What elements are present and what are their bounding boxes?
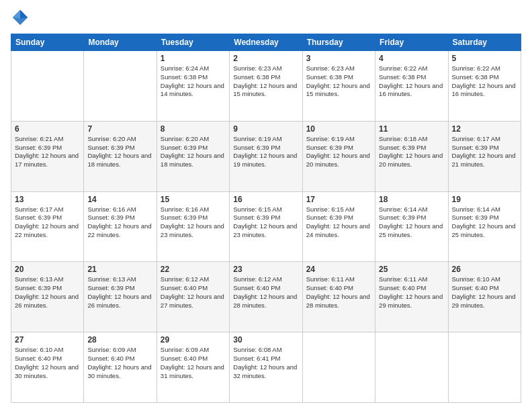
day-info: Sunrise: 6:23 AM Sunset: 6:38 PM Dayligh…: [306, 64, 371, 99]
calendar-cell: 23Sunrise: 6:12 AM Sunset: 6:40 PM Dayli…: [230, 262, 302, 332]
day-number: 5: [452, 54, 517, 63]
weekday-header-saturday: Saturday: [448, 34, 521, 51]
day-number: 18: [379, 195, 444, 204]
weekday-header-sunday: Sunday: [11, 34, 84, 51]
calendar-cell: 11Sunrise: 6:18 AM Sunset: 6:39 PM Dayli…: [375, 121, 448, 191]
day-number: 13: [15, 195, 80, 204]
weekday-header-thursday: Thursday: [302, 34, 375, 51]
day-number: 2: [233, 54, 298, 63]
day-info: Sunrise: 6:09 AM Sunset: 6:40 PM Dayligh…: [161, 346, 226, 380]
day-number: 20: [15, 265, 80, 274]
day-info: Sunrise: 6:16 AM Sunset: 6:39 PM Dayligh…: [161, 205, 226, 240]
day-number: 11: [379, 124, 444, 134]
day-info: Sunrise: 6:11 AM Sunset: 6:40 PM Dayligh…: [306, 275, 371, 310]
logo-icon: [11, 8, 30, 27]
day-info: Sunrise: 6:20 AM Sunset: 6:39 PM Dayligh…: [161, 135, 226, 169]
calendar-cell: 16Sunrise: 6:15 AM Sunset: 6:39 PM Dayli…: [230, 191, 302, 262]
day-info: Sunrise: 6:08 AM Sunset: 6:41 PM Dayligh…: [233, 346, 298, 380]
day-info: Sunrise: 6:23 AM Sunset: 6:38 PM Dayligh…: [233, 64, 298, 99]
day-number: 14: [87, 195, 152, 204]
day-info: Sunrise: 6:12 AM Sunset: 6:40 PM Dayligh…: [233, 275, 298, 310]
week-row-5: 27Sunrise: 6:10 AM Sunset: 6:40 PM Dayli…: [11, 332, 521, 403]
day-info: Sunrise: 6:13 AM Sunset: 6:39 PM Dayligh…: [15, 275, 80, 310]
day-info: Sunrise: 6:10 AM Sunset: 6:40 PM Dayligh…: [15, 346, 80, 380]
week-row-4: 20Sunrise: 6:13 AM Sunset: 6:39 PM Dayli…: [11, 262, 521, 332]
calendar-cell: 27Sunrise: 6:10 AM Sunset: 6:40 PM Dayli…: [11, 332, 84, 403]
day-info: Sunrise: 6:24 AM Sunset: 6:38 PM Dayligh…: [161, 64, 226, 99]
calendar-cell: 5Sunrise: 6:22 AM Sunset: 6:38 PM Daylig…: [448, 51, 521, 122]
day-info: Sunrise: 6:13 AM Sunset: 6:39 PM Dayligh…: [87, 275, 152, 310]
calendar-cell: 3Sunrise: 6:23 AM Sunset: 6:38 PM Daylig…: [302, 51, 375, 122]
calendar-cell: 24Sunrise: 6:11 AM Sunset: 6:40 PM Dayli…: [302, 262, 375, 332]
day-number: 8: [161, 124, 226, 134]
weekday-header-tuesday: Tuesday: [157, 34, 229, 51]
day-info: Sunrise: 6:14 AM Sunset: 6:39 PM Dayligh…: [452, 205, 517, 240]
calendar-cell: 25Sunrise: 6:11 AM Sunset: 6:40 PM Dayli…: [375, 262, 448, 332]
weekday-header-wednesday: Wednesday: [230, 34, 302, 51]
calendar-cell: 2Sunrise: 6:23 AM Sunset: 6:38 PM Daylig…: [230, 51, 302, 122]
day-number: 26: [452, 265, 517, 274]
calendar-cell: 7Sunrise: 6:20 AM Sunset: 6:39 PM Daylig…: [84, 121, 157, 191]
calendar-cell: 17Sunrise: 6:15 AM Sunset: 6:39 PM Dayli…: [302, 191, 375, 262]
day-number: 12: [452, 124, 517, 134]
day-number: 24: [306, 265, 371, 274]
calendar-cell: [375, 332, 448, 403]
calendar-cell: 30Sunrise: 6:08 AM Sunset: 6:41 PM Dayli…: [230, 332, 302, 403]
calendar-cell: 29Sunrise: 6:09 AM Sunset: 6:40 PM Dayli…: [157, 332, 229, 403]
weekday-header-friday: Friday: [375, 34, 448, 51]
calendar-cell: 14Sunrise: 6:16 AM Sunset: 6:39 PM Dayli…: [84, 191, 157, 262]
calendar-cell: 22Sunrise: 6:12 AM Sunset: 6:40 PM Dayli…: [157, 262, 229, 332]
day-number: 30: [233, 335, 298, 345]
calendar-cell: [84, 51, 157, 122]
calendar-table: SundayMondayTuesdayWednesdayThursdayFrid…: [11, 34, 521, 403]
day-info: Sunrise: 6:17 AM Sunset: 6:39 PM Dayligh…: [452, 135, 517, 169]
week-row-2: 6Sunrise: 6:21 AM Sunset: 6:39 PM Daylig…: [11, 121, 521, 191]
day-info: Sunrise: 6:15 AM Sunset: 6:39 PM Dayligh…: [233, 205, 298, 240]
day-number: 19: [452, 195, 517, 204]
calendar-cell: 9Sunrise: 6:19 AM Sunset: 6:39 PM Daylig…: [230, 121, 302, 191]
calendar-cell: 26Sunrise: 6:10 AM Sunset: 6:40 PM Dayli…: [448, 262, 521, 332]
day-number: 23: [233, 265, 298, 274]
day-number: 29: [161, 335, 226, 345]
day-number: 28: [87, 335, 152, 345]
day-info: Sunrise: 6:22 AM Sunset: 6:38 PM Dayligh…: [452, 64, 517, 99]
weekday-header-monday: Monday: [84, 34, 157, 51]
day-info: Sunrise: 6:14 AM Sunset: 6:39 PM Dayligh…: [379, 205, 444, 240]
day-info: Sunrise: 6:20 AM Sunset: 6:39 PM Dayligh…: [87, 135, 152, 169]
day-info: Sunrise: 6:19 AM Sunset: 6:39 PM Dayligh…: [306, 135, 371, 169]
day-number: 21: [87, 265, 152, 274]
day-info: Sunrise: 6:16 AM Sunset: 6:39 PM Dayligh…: [87, 205, 152, 240]
day-info: Sunrise: 6:19 AM Sunset: 6:39 PM Dayligh…: [233, 135, 298, 169]
calendar-cell: 6Sunrise: 6:21 AM Sunset: 6:39 PM Daylig…: [11, 121, 84, 191]
day-info: Sunrise: 6:10 AM Sunset: 6:40 PM Dayligh…: [452, 275, 517, 310]
week-row-1: 1Sunrise: 6:24 AM Sunset: 6:38 PM Daylig…: [11, 51, 521, 122]
day-info: Sunrise: 6:11 AM Sunset: 6:40 PM Dayligh…: [379, 275, 444, 310]
calendar-cell: 10Sunrise: 6:19 AM Sunset: 6:39 PM Dayli…: [302, 121, 375, 191]
calendar-cell: 28Sunrise: 6:09 AM Sunset: 6:40 PM Dayli…: [84, 332, 157, 403]
calendar-cell: [11, 51, 84, 122]
day-info: Sunrise: 6:17 AM Sunset: 6:39 PM Dayligh…: [15, 205, 80, 240]
calendar-cell: 8Sunrise: 6:20 AM Sunset: 6:39 PM Daylig…: [157, 121, 229, 191]
calendar-cell: 19Sunrise: 6:14 AM Sunset: 6:39 PM Dayli…: [448, 191, 521, 262]
weekday-header-row: SundayMondayTuesdayWednesdayThursdayFrid…: [11, 34, 521, 51]
calendar-cell: 21Sunrise: 6:13 AM Sunset: 6:39 PM Dayli…: [84, 262, 157, 332]
day-info: Sunrise: 6:12 AM Sunset: 6:40 PM Dayligh…: [161, 275, 226, 310]
logo: [11, 8, 32, 27]
day-number: 15: [161, 195, 226, 204]
day-info: Sunrise: 6:15 AM Sunset: 6:39 PM Dayligh…: [306, 205, 371, 240]
calendar-cell: [302, 332, 375, 403]
header: [11, 8, 521, 27]
day-info: Sunrise: 6:21 AM Sunset: 6:39 PM Dayligh…: [15, 135, 80, 169]
day-info: Sunrise: 6:09 AM Sunset: 6:40 PM Dayligh…: [87, 346, 152, 380]
week-row-3: 13Sunrise: 6:17 AM Sunset: 6:39 PM Dayli…: [11, 191, 521, 262]
svg-marker-1: [20, 10, 28, 19]
day-number: 16: [233, 195, 298, 204]
calendar-cell: 1Sunrise: 6:24 AM Sunset: 6:38 PM Daylig…: [157, 51, 229, 122]
day-number: 1: [161, 54, 226, 63]
day-number: 17: [306, 195, 371, 204]
calendar-cell: 20Sunrise: 6:13 AM Sunset: 6:39 PM Dayli…: [11, 262, 84, 332]
day-number: 10: [306, 124, 371, 134]
day-number: 4: [379, 54, 444, 63]
calendar-cell: 4Sunrise: 6:22 AM Sunset: 6:38 PM Daylig…: [375, 51, 448, 122]
day-number: 25: [379, 265, 444, 274]
